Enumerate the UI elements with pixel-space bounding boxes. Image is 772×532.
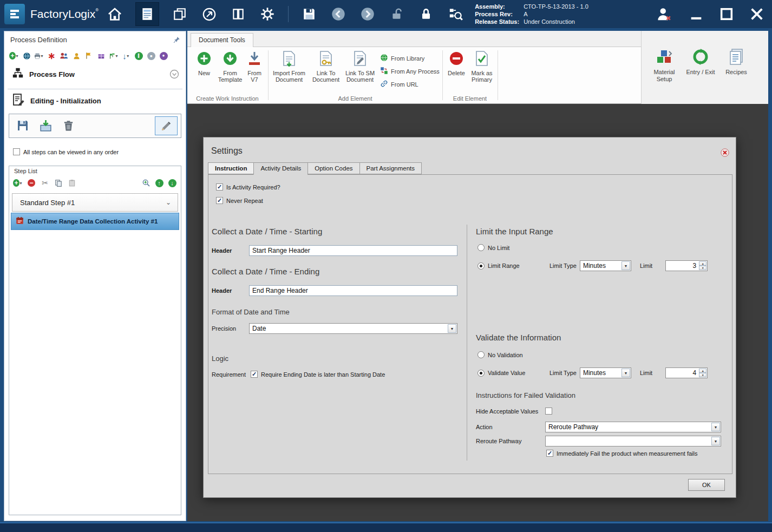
no-limit-row[interactable]: No Limit <box>477 244 509 251</box>
documents-button[interactable] <box>230 5 247 23</box>
start-header-input[interactable]: Start Range Header <box>249 245 457 256</box>
validate-limit-type-dropdown[interactable]: Minutes▼ <box>580 367 631 378</box>
delete-step-trash-button[interactable] <box>60 117 76 134</box>
pause-icon[interactable]: ∥ <box>134 51 143 61</box>
add-step-icon[interactable]: +▼ <box>13 178 23 188</box>
any-order-checkbox[interactable] <box>13 148 20 155</box>
users-icon[interactable] <box>59 51 69 61</box>
logout-user-button[interactable] <box>655 5 672 23</box>
step-expand-chevron-icon[interactable]: ⌄ <box>166 199 171 206</box>
unlock-button[interactable] <box>388 5 405 23</box>
dropdown-arrow-icon[interactable]: ▼ <box>448 324 456 333</box>
required-icon[interactable]: ∗ <box>47 51 56 61</box>
link-to-sm-document-button[interactable]: Link To SM Document <box>343 50 377 83</box>
no-validation-radio[interactable] <box>477 351 485 358</box>
mark-as-primary-button[interactable]: Mark as Primary <box>468 50 496 83</box>
link-to-document-button[interactable]: Link To Document <box>311 50 341 83</box>
delete-element-button[interactable]: Delete <box>446 50 467 76</box>
activity-row-selected[interactable]: Date/Time Range Data Collection Activity… <box>11 213 179 230</box>
recipes-button[interactable]: Recipes <box>718 48 754 76</box>
collapse-chevron-icon[interactable] <box>169 69 179 81</box>
requirement-checkbox[interactable]: ✓ <box>251 371 258 378</box>
flag-icon[interactable] <box>84 51 94 61</box>
from-v7-button[interactable]: From V7 <box>244 50 265 83</box>
edit-work-instructions-button[interactable] <box>155 116 178 135</box>
forward-button[interactable] <box>359 5 376 23</box>
record-icon[interactable]: ● <box>159 51 168 61</box>
tab-part-assignments[interactable]: Part Assignments <box>359 162 422 174</box>
tab-option-codes[interactable]: Option Codes <box>308 162 359 174</box>
dialog-close-icon[interactable] <box>721 148 729 159</box>
close-button[interactable] <box>747 4 767 24</box>
dropdown-arrow-icon[interactable]: ▼ <box>621 369 630 377</box>
navigate-button[interactable] <box>200 5 218 23</box>
save-button[interactable] <box>300 5 318 23</box>
is-activity-required-checkbox[interactable]: ✓ <box>216 183 223 191</box>
limit-type-dropdown[interactable]: Minutes▼ <box>580 260 631 271</box>
any-order-row[interactable]: All steps can be viewed in any order <box>13 148 119 155</box>
never-repeat-row[interactable]: ✓ Never Repeat <box>216 197 263 204</box>
settings-gear-button[interactable] <box>259 5 276 23</box>
move-step-up-icon[interactable]: ↑ <box>154 178 164 188</box>
no-validation-row[interactable]: No Validation <box>477 351 523 358</box>
from-template-button[interactable]: From Template <box>217 50 244 83</box>
material-setup-button[interactable]: Material Setup <box>646 48 682 83</box>
immediately-fail-checkbox[interactable]: ✓ <box>546 450 553 457</box>
step-row[interactable]: Standard Step #1 ⌄ <box>12 193 178 212</box>
move-step-down-icon[interactable]: ↓ <box>167 178 177 188</box>
home-button[interactable] <box>106 5 123 23</box>
spinner-arrows-icon[interactable]: ▲▼ <box>699 261 706 270</box>
new-button[interactable]: New <box>194 50 214 76</box>
tab-document-tools[interactable]: Document Tools <box>191 33 253 47</box>
print-icon[interactable]: ▼ <box>34 51 44 61</box>
release-search-button[interactable] <box>447 5 464 23</box>
dropdown-arrow-icon[interactable]: ▼ <box>711 423 720 431</box>
from-library-button[interactable]: From Library <box>380 54 424 63</box>
never-repeat-checkbox[interactable]: ✓ <box>216 197 223 204</box>
stop-icon[interactable]: ■ <box>146 51 156 61</box>
pin-icon[interactable] <box>173 36 180 45</box>
user-role-icon[interactable] <box>71 51 81 61</box>
end-header-input[interactable]: End Range Header <box>249 285 457 296</box>
milestone-flags-icon[interactable]: ▼ <box>109 51 119 61</box>
limit-spinner[interactable]: 3▲▼ <box>665 260 708 271</box>
ok-button[interactable]: OK <box>688 479 725 491</box>
limit-range-radio[interactable] <box>477 262 485 270</box>
from-any-process-button[interactable]: From Any Process <box>380 67 440 76</box>
back-button[interactable] <box>330 5 347 23</box>
dropdown-arrow-icon[interactable]: ▼ <box>711 437 720 445</box>
no-limit-radio[interactable] <box>477 244 485 251</box>
find-step-icon[interactable] <box>141 178 151 188</box>
dropdown-arrow-icon[interactable]: ▼ <box>621 261 630 270</box>
hide-acceptable-checkbox[interactable] <box>545 408 552 415</box>
lock-button[interactable] <box>417 5 435 23</box>
package-icon[interactable] <box>96 51 106 61</box>
spinner-arrows-icon[interactable]: ▲▼ <box>699 369 706 377</box>
validate-value-radio[interactable] <box>477 370 485 377</box>
process-stack-button[interactable] <box>171 5 188 23</box>
remove-step-icon[interactable]: − <box>27 178 36 188</box>
copy-icon[interactable] <box>54 178 63 188</box>
work-instructions-button[interactable] <box>135 2 159 26</box>
entry-exit-button[interactable]: Entry / Exit <box>683 48 718 76</box>
from-url-button[interactable]: From URL <box>380 80 418 89</box>
save-step-button[interactable] <box>15 117 31 134</box>
precision-dropdown[interactable]: Date▼ <box>249 323 457 334</box>
minimize-button[interactable] <box>686 4 706 24</box>
reroute-dropdown[interactable]: ▼ <box>545 436 721 446</box>
is-activity-required-row[interactable]: ✓ Is Activity Required? <box>216 183 280 191</box>
maximize-button[interactable] <box>717 4 736 24</box>
validate-limit-spinner[interactable]: 4▲▼ <box>665 367 708 378</box>
import-from-document-button[interactable]: Import From Document <box>271 50 307 83</box>
import-process-icon[interactable]: ↓▼ <box>121 51 131 61</box>
action-dropdown[interactable]: Reroute Pathway▼ <box>545 422 721 432</box>
globe-icon[interactable] <box>22 51 31 61</box>
immediately-fail-row[interactable]: ✓ Immediately Fail the product when meas… <box>546 450 697 457</box>
tab-activity-details[interactable]: Activity Details <box>253 162 308 175</box>
paste-icon[interactable] <box>67 178 77 188</box>
add-process-icon[interactable]: +▼ <box>9 51 19 61</box>
import-template-button[interactable] <box>37 117 54 134</box>
tab-instruction[interactable]: Instruction <box>208 162 253 174</box>
cut-icon[interactable]: ✂ <box>40 178 50 188</box>
process-flow-header[interactable]: Process Flow <box>12 67 75 81</box>
